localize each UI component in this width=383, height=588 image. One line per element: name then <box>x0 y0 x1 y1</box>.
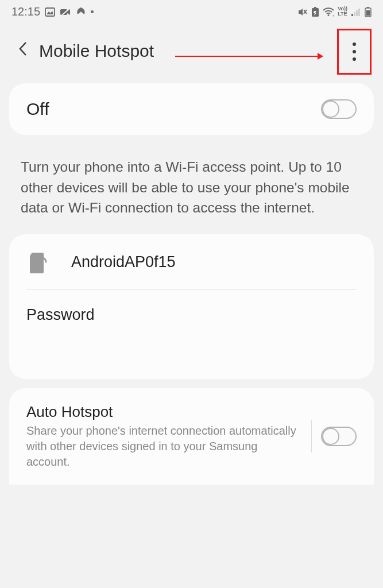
auto-hotspot-toggle[interactable] <box>321 427 357 446</box>
svg-rect-14 <box>367 7 369 8</box>
hotspot-toggle[interactable] <box>321 99 357 119</box>
divider <box>311 420 312 452</box>
password-row[interactable]: Password <box>26 306 357 324</box>
svg-rect-9 <box>351 14 353 16</box>
network-name-row[interactable]: AndroidAP0f15 <box>26 252 357 290</box>
recycle-battery-icon <box>311 5 319 18</box>
svg-text:+: + <box>332 14 334 17</box>
image-icon <box>45 5 55 18</box>
svg-rect-15 <box>366 10 370 16</box>
svg-point-17 <box>40 260 44 264</box>
camera-off-icon <box>60 5 71 18</box>
annotation-arrow <box>175 51 324 62</box>
app-header: Mobile Hotspot <box>0 23 383 79</box>
status-bar: 12:15 + Vo))LTE <box>0 0 383 23</box>
volte-icon: Vo))LTE <box>338 6 347 17</box>
svg-rect-6 <box>314 7 316 8</box>
svg-rect-12 <box>358 9 360 16</box>
back-button[interactable] <box>17 40 29 61</box>
svg-point-7 <box>328 14 330 16</box>
auto-hotspot-title: Auto Hotspot <box>26 403 302 421</box>
volume-mute-icon <box>297 5 308 18</box>
auto-hotspot-subtitle: Share your phone's internet connection a… <box>26 423 302 470</box>
auto-hotspot-card: Auto Hotspot Share your phone's internet… <box>9 388 374 485</box>
hotspot-icon <box>29 252 48 273</box>
svg-rect-11 <box>356 10 358 16</box>
wifi-icon: + <box>323 5 334 18</box>
status-time: 12:15 <box>11 5 40 18</box>
auto-hotspot-row[interactable]: Auto Hotspot Share your phone's internet… <box>26 403 302 470</box>
hotspot-description: Turn your phone into a Wi-Fi access poin… <box>0 140 383 234</box>
network-name: AndroidAP0f15 <box>71 253 176 271</box>
annotation-highlight-box <box>337 29 372 75</box>
hotspot-toggle-card: Off <box>9 83 374 135</box>
page-title: Mobile Hotspot <box>39 41 154 61</box>
battery-icon <box>365 5 372 18</box>
dot-icon <box>91 10 94 13</box>
svg-rect-0 <box>45 8 55 16</box>
svg-rect-10 <box>354 12 355 16</box>
signal-icon <box>351 5 361 18</box>
leaf-icon <box>76 5 86 18</box>
network-info-card: AndroidAP0f15 Password <box>9 234 374 379</box>
hotspot-state-label: Off <box>26 99 49 119</box>
more-options-button[interactable] <box>353 42 356 61</box>
